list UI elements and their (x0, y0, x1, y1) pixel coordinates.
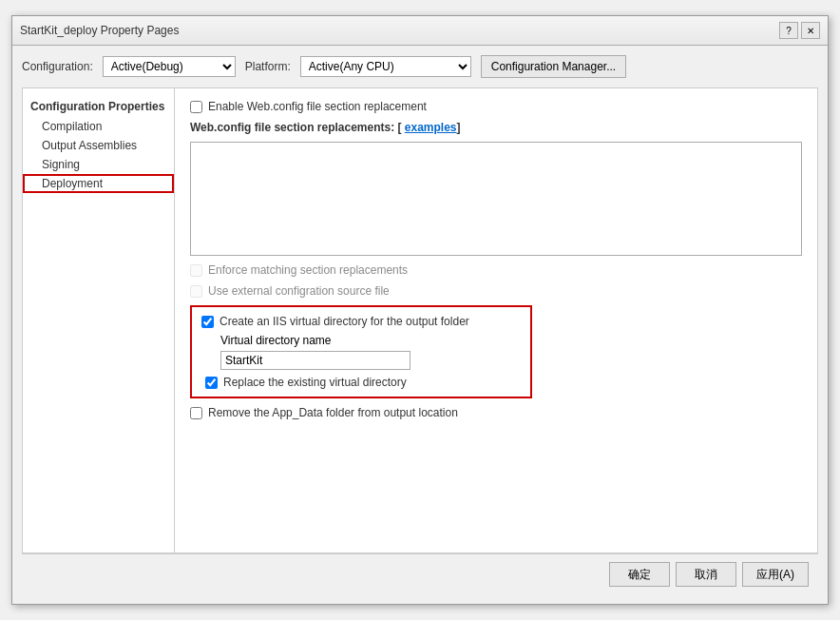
platform-select[interactable]: Active(Any CPU) (300, 56, 471, 77)
webconfig-section-row: Web.config file section replacements: [ … (190, 121, 802, 134)
replace-vdir-label: Replace the existing virtual directory (223, 376, 407, 389)
content-area: Enable Web.config file section replaceme… (175, 88, 817, 552)
bottom-buttons: 确定 取消 应用(A) (22, 553, 818, 594)
replace-vdir-row: Replace the existing virtual directory (201, 376, 521, 389)
examples-link[interactable]: examples (405, 121, 457, 134)
enable-webconfig-checkbox[interactable] (190, 101, 202, 113)
config-row: Configuration: Active(Debug) Platform: A… (22, 55, 818, 78)
window-title: StartKit_deploy Property Pages (20, 24, 179, 37)
replace-vdir-checkbox[interactable] (205, 377, 218, 389)
iis-vdir-label: Create an IIS virtual directory for the … (220, 315, 469, 328)
cancel-button[interactable]: 取消 (676, 562, 736, 587)
sidebar-item-output-assemblies[interactable]: Output Assemblies (23, 136, 174, 155)
iis-vdir-checkbox[interactable] (201, 316, 214, 328)
external-config-row: Use external configration source file (190, 284, 802, 298)
iis-vdir-details: Virtual directory name (201, 334, 521, 370)
remove-appdata-checkbox[interactable] (190, 407, 202, 419)
config-manager-button[interactable]: Configuration Manager... (481, 55, 626, 78)
enable-webconfig-row: Enable Web.config file section replaceme… (190, 100, 802, 113)
configuration-select[interactable]: Active(Debug) (103, 56, 236, 77)
enforce-checkbox (190, 264, 202, 277)
enforce-row: Enforce matching section replacements (190, 263, 802, 277)
sidebar-item-deployment[interactable]: Deployment (23, 174, 174, 193)
enable-webconfig-label: Enable Web.config file section replaceme… (208, 100, 427, 113)
sidebar: Configuration Properties Compilation Out… (23, 88, 175, 552)
remove-appdata-label: Remove the App_Data folder from output l… (208, 406, 458, 419)
sidebar-item-signing[interactable]: Signing (23, 155, 174, 174)
remove-appdata-row: Remove the App_Data folder from output l… (190, 406, 802, 419)
vdir-name-label: Virtual directory name (220, 334, 521, 347)
ok-button[interactable]: 确定 (609, 562, 670, 587)
property-pages-dialog: StartKit_deploy Property Pages ? ✕ Confi… (11, 15, 829, 605)
external-config-checkbox (190, 285, 202, 298)
external-config-label: Use external configration source file (208, 284, 390, 298)
vdir-name-input[interactable] (220, 351, 410, 370)
iis-section: Create an IIS virtual directory for the … (190, 305, 532, 398)
help-button[interactable]: ? (779, 22, 798, 39)
close-button[interactable]: ✕ (801, 22, 820, 39)
title-bar: StartKit_deploy Property Pages ? ✕ (12, 16, 828, 46)
main-content: Configuration Properties Compilation Out… (22, 87, 818, 553)
enforce-label: Enforce matching section replacements (208, 263, 408, 277)
webconfig-section-label: Web.config file section replacements: [ … (190, 121, 461, 134)
iis-checkbox-row: Create an IIS virtual directory for the … (201, 315, 521, 328)
platform-label: Platform: (245, 60, 291, 73)
apply-button[interactable]: 应用(A) (742, 562, 809, 587)
config-label: Configuration: (22, 60, 93, 73)
webconfig-textarea[interactable] (190, 142, 802, 256)
dialog-body: Configuration: Active(Debug) Platform: A… (12, 46, 828, 604)
sidebar-group-label: Configuration Properties (23, 96, 174, 117)
sidebar-item-compilation[interactable]: Compilation (23, 117, 174, 136)
title-bar-buttons: ? ✕ (779, 22, 820, 39)
